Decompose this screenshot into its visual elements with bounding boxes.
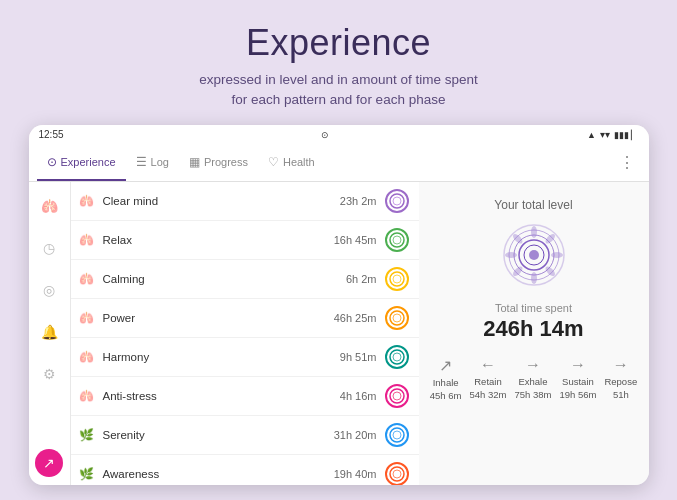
status-bar: 12:55 ⊙ ▲ ▾▾ ▮▮▮ ▏	[29, 125, 649, 145]
repose-time: 51h	[613, 389, 629, 400]
repose-name: Repose	[604, 376, 637, 387]
pattern-time-4: 9h 51m	[327, 351, 377, 363]
tab-experience[interactable]: ⊙ Experience	[37, 145, 126, 181]
svg-point-23	[529, 250, 539, 260]
level-label: Your total level	[494, 198, 572, 212]
repose-arrow-icon: →	[613, 356, 629, 374]
exhale-name: Exhale	[518, 376, 547, 387]
lung-icon-1: 🫁	[79, 233, 95, 247]
total-time-value: 246h 14m	[483, 316, 583, 342]
sidebar: 🫁 ◷ ◎ 🔔 ⚙ ↗	[29, 182, 71, 485]
status-bar-right: ▲ ▾▾ ▮▮▮ ▏	[587, 129, 638, 140]
sustain-time: 19h 56m	[559, 389, 596, 400]
exhale-time: 75h 38m	[514, 389, 551, 400]
pattern-badge-2	[385, 267, 409, 291]
pattern-name-4: Harmony	[103, 351, 327, 363]
lung-icon-0: 🫁	[79, 194, 95, 208]
total-time-label: Total time spent	[495, 302, 572, 314]
pattern-name-1: Relax	[103, 234, 327, 246]
lung-icon-3: 🫁	[79, 311, 95, 325]
pattern-badge-7	[385, 462, 409, 485]
pattern-name-5: Anti-stress	[103, 390, 327, 402]
pattern-time-6: 31h 20m	[327, 429, 377, 441]
lung-icon-6: 🌿	[79, 428, 95, 442]
sidebar-icon-sliders[interactable]: ⚙	[35, 360, 63, 388]
retain-arrow-icon: ←	[480, 356, 496, 374]
pattern-row-7[interactable]: 🌿 Awareness 19h 40m	[71, 455, 419, 485]
lung-icon-5: 🫁	[79, 389, 95, 403]
tab-health-label: Health	[283, 156, 315, 168]
pattern-row-4[interactable]: 🫁 Harmony 9h 51m	[71, 338, 419, 377]
hero-title: Experience	[199, 22, 477, 64]
phase-retain: ← Retain 54h 32m	[469, 356, 506, 401]
pattern-time-2: 6h 2m	[327, 273, 377, 285]
svg-point-1	[393, 197, 401, 205]
sidebar-icon-bell[interactable]: 🔔	[35, 318, 63, 346]
tab-health[interactable]: ♡ Health	[258, 145, 325, 181]
sidebar-icon-timer[interactable]: ◷	[35, 234, 63, 262]
tab-progress-icon: ▦	[189, 155, 200, 169]
pattern-row-2[interactable]: 🫁 Calming 6h 2m	[71, 260, 419, 299]
svg-point-13	[393, 431, 401, 439]
pattern-row-3[interactable]: 🫁 Power 46h 25m	[71, 299, 419, 338]
pattern-badge-4	[385, 345, 409, 369]
pattern-time-7: 19h 40m	[327, 468, 377, 480]
svg-point-12	[390, 428, 404, 442]
inhale-name: Inhale	[433, 377, 459, 388]
tab-log-icon: ☰	[136, 155, 147, 169]
svg-point-15	[393, 470, 401, 478]
pattern-badge-5	[385, 384, 409, 408]
pattern-time-3: 46h 25m	[327, 312, 377, 324]
svg-point-11	[393, 392, 401, 400]
pattern-row-1[interactable]: 🫁 Relax 16h 45m	[71, 221, 419, 260]
lung-icon-7: 🌿	[79, 467, 95, 481]
sustain-name: Sustain	[562, 376, 594, 387]
lung-icon-2: 🫁	[79, 272, 95, 286]
svg-point-10	[390, 389, 404, 403]
tab-progress-label: Progress	[204, 156, 248, 168]
svg-point-2	[390, 233, 404, 247]
svg-point-0	[390, 194, 404, 208]
pattern-name-0: Clear mind	[103, 195, 327, 207]
tab-log-label: Log	[151, 156, 169, 168]
phase-sustain: → Sustain 19h 56m	[559, 356, 596, 401]
tab-bar: ⊙ Experience ☰ Log ▦ Progress ♡ Health ⋮	[29, 145, 649, 182]
pattern-time-0: 23h 2m	[327, 195, 377, 207]
more-menu-button[interactable]: ⋮	[613, 153, 641, 172]
pattern-time-1: 16h 45m	[327, 234, 377, 246]
pattern-row-6[interactable]: 🌿 Serenity 31h 20m	[71, 416, 419, 455]
svg-point-26	[551, 252, 563, 258]
tab-experience-icon: ⊙	[47, 155, 57, 169]
svg-point-3	[393, 236, 401, 244]
tab-progress[interactable]: ▦ Progress	[179, 145, 258, 181]
sidebar-icon-lungs[interactable]: 🫁	[35, 192, 63, 220]
retain-time: 54h 32m	[469, 389, 506, 400]
svg-point-28	[531, 272, 537, 284]
sidebar-icon-target[interactable]: ◎	[35, 276, 63, 304]
pattern-row-5[interactable]: 🫁 Anti-stress 4h 16m	[71, 377, 419, 416]
phone-container: 12:55 ⊙ ▲ ▾▾ ▮▮▮ ▏ ⊙ Experience ☰ Log ▦ …	[29, 125, 649, 485]
svg-point-9	[393, 353, 401, 361]
pattern-list: 🫁 Clear mind 23h 2m 🫁 Relax 16h 45m 🫁 Ca…	[71, 182, 419, 485]
pattern-row-0[interactable]: 🫁 Clear mind 23h 2m	[71, 182, 419, 221]
hero-section: Experience expressed in level and in amo…	[179, 0, 497, 125]
phase-repose: → Repose 51h	[604, 356, 637, 401]
fab-button[interactable]: ↗	[35, 449, 63, 477]
mandala-graphic	[499, 220, 569, 290]
tab-log[interactable]: ☰ Log	[126, 145, 179, 181]
svg-point-4	[390, 272, 404, 286]
pattern-badge-6	[385, 423, 409, 447]
svg-point-6	[390, 311, 404, 325]
retain-name: Retain	[474, 376, 501, 387]
tab-health-icon: ♡	[268, 155, 279, 169]
signal-icon: ▲	[587, 130, 596, 140]
wifi-icon: ▾▾	[600, 129, 610, 140]
pattern-name-3: Power	[103, 312, 327, 324]
exhale-arrow-icon: →	[525, 356, 541, 374]
lung-icon-4: 🫁	[79, 350, 95, 364]
battery-icon: ▮▮▮ ▏	[614, 130, 639, 140]
pattern-name-7: Awareness	[103, 468, 327, 480]
inhale-time: 45h 6m	[430, 390, 462, 401]
phase-exhale: → Exhale 75h 38m	[514, 356, 551, 401]
pattern-name-2: Calming	[103, 273, 327, 285]
